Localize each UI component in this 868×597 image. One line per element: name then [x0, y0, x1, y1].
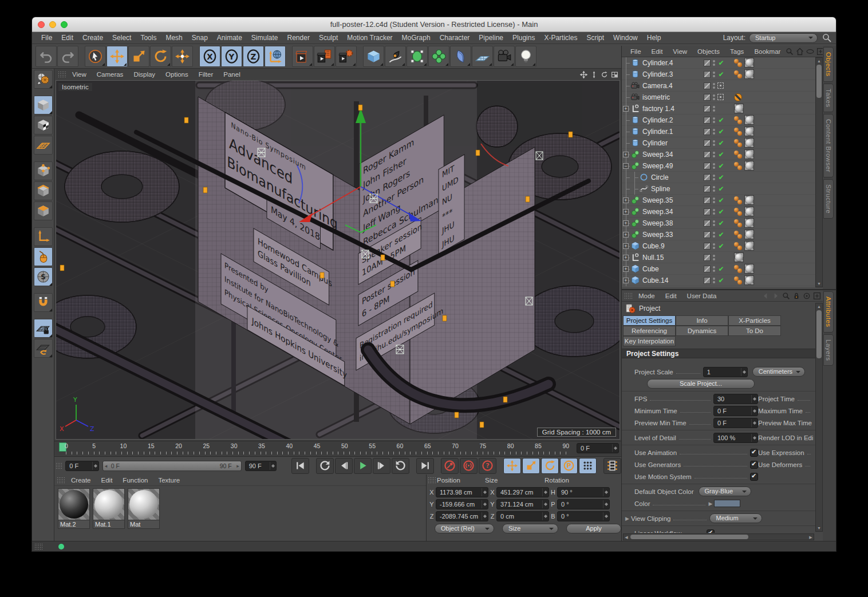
- visibility-dots-icon[interactable]: [713, 266, 715, 272]
- range-end-field[interactable]: 90 F: [245, 461, 277, 471]
- edges-mode-button[interactable]: [34, 181, 53, 200]
- object-row[interactable]: Cylinder.1✔: [622, 126, 815, 137]
- undo-button[interactable]: [35, 46, 57, 67]
- object-menu-view[interactable]: View: [668, 48, 692, 55]
- use-motion-checkbox[interactable]: [750, 473, 758, 481]
- layer-color-chip[interactable]: [704, 105, 711, 112]
- tab-to-do[interactable]: To Do: [728, 326, 781, 336]
- object-row[interactable]: +Sweep.35✔: [622, 195, 815, 206]
- project-scale-field[interactable]: 1: [703, 367, 748, 377]
- texture-tag-icon[interactable]: [744, 115, 754, 125]
- color-swatch[interactable]: [714, 500, 740, 507]
- tab-takes[interactable]: Takes: [823, 84, 834, 113]
- material-menu-texture[interactable]: Texture: [153, 477, 185, 484]
- size-mode-dropdown[interactable]: Size: [502, 524, 558, 533]
- object-row[interactable]: Cylinder.2✔: [622, 114, 815, 126]
- layer-color-chip[interactable]: [704, 94, 711, 101]
- layer-color-chip[interactable]: [704, 174, 711, 181]
- record-active-objects-button[interactable]: [441, 458, 459, 474]
- rotate-view-button[interactable]: [599, 70, 609, 78]
- object-row[interactable]: isometric: [622, 92, 815, 103]
- panel-grip-icon[interactable]: [56, 462, 62, 469]
- object-row[interactable]: Cylinder.4✔: [622, 57, 815, 69]
- visibility-dots-icon[interactable]: [713, 106, 715, 112]
- object-row[interactable]: −Sweep.49✔: [622, 160, 815, 172]
- visibility-dots-icon[interactable]: [713, 83, 715, 89]
- linear-workflow-checkbox[interactable]: [707, 529, 715, 533]
- layer-color-chip[interactable]: [704, 117, 711, 124]
- enable-axis-button[interactable]: [34, 227, 53, 246]
- make-editable-button[interactable]: [34, 70, 53, 89]
- workplane-mode-button[interactable]: [34, 136, 53, 155]
- object-name[interactable]: Spline: [651, 185, 670, 193]
- visibility-dots-icon[interactable]: [713, 94, 715, 100]
- object-row[interactable]: Cylinder.3✔: [622, 69, 815, 80]
- lock-x-button[interactable]: X: [199, 46, 220, 67]
- coordinate-mode-dropdown[interactable]: Object (Rel): [435, 524, 494, 533]
- menu-script[interactable]: Script: [582, 34, 609, 42]
- add-camera-button[interactable]: [494, 46, 515, 67]
- menu-x-particles[interactable]: X-Particles: [539, 34, 582, 42]
- enabled-check-icon[interactable]: ✔: [717, 162, 725, 170]
- material-menu-edit[interactable]: Edit: [96, 477, 118, 484]
- size-field[interactable]: 451.297 cm: [496, 487, 549, 497]
- menu-render[interactable]: Render: [283, 34, 314, 42]
- enabled-check-icon[interactable]: ✔: [717, 196, 725, 204]
- polygons-mode-button[interactable]: [34, 201, 53, 220]
- enabled-check-icon[interactable]: ✔: [717, 151, 725, 159]
- texture-tag-icon[interactable]: [734, 252, 744, 262]
- texture-tag-icon[interactable]: [734, 104, 744, 113]
- add-generator-button[interactable]: [407, 46, 428, 67]
- tab-layers[interactable]: Layers: [823, 334, 834, 366]
- add-mograph-button[interactable]: [428, 46, 449, 67]
- visibility-dots-icon[interactable]: [713, 60, 715, 66]
- layer-color-chip[interactable]: [704, 231, 711, 238]
- enabled-check-icon[interactable]: ✔: [717, 265, 725, 273]
- pan-view-button[interactable]: [579, 70, 588, 78]
- key-position-button[interactable]: [503, 458, 521, 474]
- workplane-lock-button[interactable]: [34, 319, 53, 338]
- phong-tag-icon[interactable]: [734, 242, 743, 251]
- home-button[interactable]: [796, 48, 804, 56]
- preview-min-field[interactable]: 0 F: [713, 418, 758, 428]
- rotate-button[interactable]: [150, 46, 171, 67]
- visibility-dots-icon[interactable]: [713, 220, 715, 226]
- position-field[interactable]: 1173.98 cm: [436, 487, 488, 497]
- object-name[interactable]: Null.15: [642, 254, 664, 262]
- render-view-button[interactable]: [292, 46, 313, 67]
- enabled-check-icon[interactable]: ✔: [717, 59, 725, 67]
- layer-color-chip[interactable]: [704, 266, 711, 272]
- visibility-dots-icon[interactable]: [713, 197, 715, 203]
- camera-toggle-icon[interactable]: [717, 82, 724, 89]
- project-scale-unit-dropdown[interactable]: Centimeters: [752, 367, 805, 377]
- redo-button[interactable]: [57, 46, 78, 67]
- tab-project-settings[interactable]: Project Settings: [623, 315, 676, 326]
- layer-color-chip[interactable]: [704, 60, 711, 66]
- menu-animate[interactable]: Animate: [212, 34, 247, 42]
- attribute-menu-user-data[interactable]: User Data: [682, 292, 722, 299]
- layout-dropdown[interactable]: Startup: [749, 33, 818, 43]
- model-mode-button[interactable]: [34, 96, 53, 114]
- phong-tag-icon[interactable]: [734, 127, 743, 136]
- texture-tag-icon[interactable]: [744, 264, 754, 274]
- expand-icon[interactable]: +: [623, 243, 629, 249]
- object-name[interactable]: Sweep.49: [642, 162, 673, 170]
- object-name[interactable]: Circle: [651, 173, 669, 181]
- object-tree-scrollbar[interactable]: ▲▼: [815, 57, 823, 287]
- key-scale-button[interactable]: [522, 458, 540, 474]
- camera-label[interactable]: Isometric: [58, 83, 92, 91]
- default-color-dropdown[interactable]: Gray-Blue: [699, 487, 751, 496]
- object-name[interactable]: Sweep.34: [642, 151, 673, 159]
- phong-tag-icon[interactable]: [734, 230, 743, 239]
- tab-x-particles[interactable]: X-Particles: [728, 315, 781, 326]
- menu-tools[interactable]: Tools: [136, 34, 161, 42]
- lock-y-button[interactable]: Y: [221, 46, 242, 67]
- size-field[interactable]: 371.124 cm: [496, 499, 549, 509]
- add-environment-button[interactable]: [472, 46, 493, 67]
- object-row[interactable]: Circle✔: [622, 172, 815, 183]
- visibility-dots-icon[interactable]: [713, 186, 715, 192]
- tab-key-interpolation[interactable]: Key Interpolation: [623, 336, 676, 346]
- texture-tag-icon[interactable]: [744, 69, 754, 79]
- menu-mograph[interactable]: MoGraph: [397, 34, 435, 42]
- view-clipping-dropdown[interactable]: Medium: [709, 513, 762, 523]
